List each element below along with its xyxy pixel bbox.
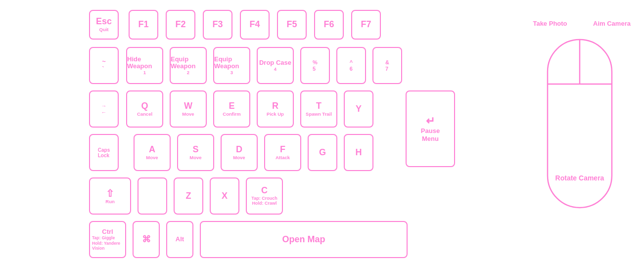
key-blank-shift[interactable] <box>138 177 167 215</box>
key-3[interactable]: Equip Weapon 3 <box>213 47 250 84</box>
svg-text:Rotate Camera: Rotate Camera <box>555 174 604 182</box>
key-x[interactable]: X <box>210 177 239 215</box>
key-tab[interactable]: →← <box>89 90 119 128</box>
key-w[interactable]: W Move <box>170 90 207 128</box>
key-caps[interactable]: CapsLock <box>89 134 119 171</box>
key-shift[interactable]: ⇧ Run <box>89 177 131 215</box>
key-7[interactable]: &7 <box>372 47 402 84</box>
key-f7[interactable]: F7 <box>351 10 381 40</box>
key-d[interactable]: D Move <box>221 134 258 171</box>
key-f2[interactable]: F2 <box>166 10 195 40</box>
key-f6[interactable]: F6 <box>314 10 344 40</box>
key-2[interactable]: Equip Weapon 2 <box>170 47 207 84</box>
key-ctrl[interactable]: Ctrl Tap: GiggleHold: Yandere Vision <box>89 221 126 258</box>
key-tilde[interactable]: ~` <box>89 47 119 84</box>
key-esc[interactable]: Esc Quit <box>89 10 119 40</box>
key-f5[interactable]: F5 <box>277 10 307 40</box>
key-s[interactable]: S Move <box>177 134 214 171</box>
key-t[interactable]: T Spawn Trail <box>300 90 337 128</box>
key-g[interactable]: G <box>308 134 337 171</box>
key-z[interactable]: Z <box>174 177 203 215</box>
key-r[interactable]: R Pick Up <box>257 90 294 128</box>
mouse: Take Photo Aim Camera Rotate Camera <box>525 10 634 252</box>
mouse-svg: Rotate Camera <box>525 37 634 255</box>
key-alt[interactable]: Alt <box>166 221 193 258</box>
key-c[interactable]: C Tap: CrouchHold: Crawl <box>246 177 283 215</box>
mouse-right-label: Aim Camera <box>590 20 634 27</box>
key-f1[interactable]: F1 <box>129 10 158 40</box>
key-5[interactable]: %5 <box>300 47 330 84</box>
key-f4[interactable]: F4 <box>240 10 270 40</box>
key-space[interactable]: Open Map <box>200 221 408 258</box>
key-4[interactable]: Drop Case 4 <box>257 47 294 84</box>
key-q[interactable]: Q Cancel <box>126 90 163 128</box>
key-f[interactable]: F Attack <box>264 134 301 171</box>
key-cmd[interactable]: ⌘ <box>133 221 160 258</box>
mouse-left-label: Take Photo <box>530 20 570 27</box>
key-6[interactable]: ^6 <box>336 47 366 84</box>
keyboard: Esc Quit F1 F2 F3 F4 F5 F6 F7 ~` Hide We… <box>79 5 465 257</box>
key-enter[interactable]: ↵ PauseMenu <box>406 90 455 167</box>
key-y[interactable]: Y <box>344 90 373 128</box>
key-a[interactable]: A Move <box>134 134 171 171</box>
key-f3[interactable]: F3 <box>203 10 232 40</box>
key-h[interactable]: H <box>344 134 373 171</box>
key-e[interactable]: E Confirm <box>213 90 250 128</box>
key-1[interactable]: Hide Weapon 1 <box>126 47 163 84</box>
